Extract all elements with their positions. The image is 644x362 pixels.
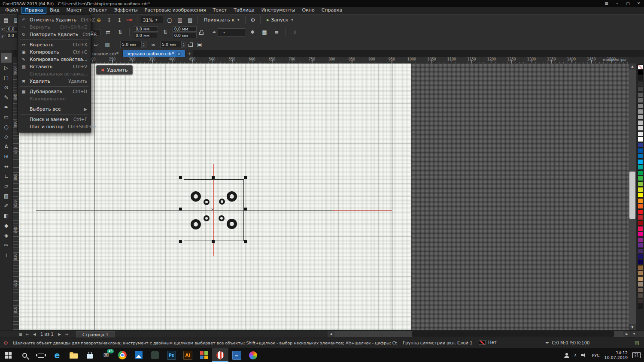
edit-menu-item[interactable]: ↶Отменить УдалитьCtrl+Z <box>18 16 91 24</box>
transparency-tool[interactable]: ▨ <box>1 191 12 201</box>
color-swatch[interactable] <box>638 209 643 214</box>
color-swatch[interactable] <box>638 170 643 175</box>
scroll-up-button[interactable]: ▲ <box>629 63 636 69</box>
dark-app-icon[interactable] <box>147 348 163 362</box>
outline-width-combo[interactable] <box>218 28 245 36</box>
menubar-item-2[interactable]: Правка <box>21 7 46 14</box>
minimize-button[interactable]: – <box>612 0 623 7</box>
color-swatch[interactable] <box>638 165 643 170</box>
office-grid-icon[interactable] <box>196 348 212 362</box>
lock-dimensions-icon[interactable] <box>199 32 204 35</box>
text-tool[interactable]: А <box>1 142 12 151</box>
connector-tool[interactable]: ∟ <box>1 171 12 181</box>
horizontal-scroll-thumb[interactable] <box>412 331 614 337</box>
wrap-text-icon[interactable]: ❖ <box>248 28 257 36</box>
close-tab-icon[interactable]: ✕ <box>176 52 181 56</box>
dim-field-1[interactable]: 0,0 мм <box>134 26 158 32</box>
color-swatch[interactable] <box>638 98 643 103</box>
photoshop-icon[interactable]: Ps <box>163 348 179 362</box>
edit-menu-item[interactable]: ↷ВернутьCtrl+Shift+Z <box>18 24 91 31</box>
lock-corners-icon[interactable] <box>188 44 193 47</box>
language-indicator[interactable]: РУС <box>592 353 599 358</box>
edit-menu-item[interactable]: ↻Повторить УдалитьCtrl+R <box>18 31 91 38</box>
edit-menu-item[interactable]: ✂ВырезатьCtrl+X <box>18 41 91 48</box>
volume-icon[interactable] <box>581 353 587 358</box>
color-swatch[interactable] <box>638 176 643 181</box>
search-button[interactable] <box>16 348 33 362</box>
hole-circle-small[interactable] <box>204 215 210 221</box>
launch-dropdown[interactable]: ▶ Запуск <box>263 17 296 23</box>
hole-circle-small[interactable] <box>204 199 210 205</box>
color-swatch[interactable] <box>638 87 643 92</box>
selection-handle-e[interactable] <box>244 208 247 211</box>
drop-shadow-tool[interactable]: ▱ <box>1 181 12 191</box>
menubar-item-9[interactable]: Таблица <box>230 7 258 14</box>
add-tool-button[interactable]: + <box>1 250 12 260</box>
menubar-item-11[interactable]: Окно <box>299 7 318 14</box>
hole-circle-small[interactable] <box>219 199 225 205</box>
color-swatch[interactable] <box>638 142 643 148</box>
people-icon[interactable] <box>564 353 569 358</box>
color-eyedropper-tool[interactable]: ✐ <box>1 201 12 211</box>
welcome-screen-icon[interactable]: ⊕ <box>94 16 103 24</box>
dimension-tool[interactable]: ↔ <box>1 161 12 171</box>
drawing-canvas[interactable]: × ✖ Удалить <box>19 63 629 330</box>
hole-circle-large[interactable] <box>191 191 201 202</box>
rectangle-tool[interactable]: ▭ <box>1 112 12 122</box>
full-screen-preview-icon[interactable]: ▢ <box>165 16 174 24</box>
snap-to-dropdown[interactable]: Привязать к <box>200 17 243 23</box>
edit-menu-item[interactable]: ▣КопироватьCtrl+C <box>18 48 91 56</box>
horizontal-ruler[interactable]: миллиметры 20025030035040045050055060065… <box>19 57 629 63</box>
shape-tool[interactable]: ▷ <box>1 63 12 72</box>
edit-menu-item[interactable]: ▦ДублироватьCtrl+D <box>18 88 91 95</box>
color-swatch[interactable] <box>638 265 643 270</box>
freehand-tool[interactable]: ✎ <box>1 92 12 102</box>
color-swatch[interactable] <box>638 248 643 253</box>
status-gear-icon[interactable]: ⚙ <box>3 340 8 346</box>
edit-menu-item[interactable]: ✖УдалитьУдалить <box>18 78 91 85</box>
spinner-arrows-icon[interactable] <box>182 41 186 48</box>
export-icon[interactable]: ↥ <box>115 16 124 24</box>
dim-field-4[interactable]: 0,0 мм <box>173 33 197 38</box>
color-swatch[interactable] <box>638 193 643 198</box>
vertical-guide-3[interactable] <box>392 63 392 330</box>
object-order-icon[interactable]: ▦ <box>260 28 269 36</box>
palette-options-button[interactable]: ⋯ <box>638 331 644 337</box>
menubar-item-12[interactable]: Справка <box>318 7 346 14</box>
color-swatch[interactable] <box>638 181 643 187</box>
new-tab-button[interactable]: + <box>185 50 193 57</box>
menubar-item-3[interactable]: Вид <box>46 7 63 14</box>
menubar-item-5[interactable]: Объект <box>85 7 111 14</box>
hole-circle-large[interactable] <box>227 219 237 229</box>
color-swatch[interactable] <box>638 276 643 281</box>
publish-pdf-icon[interactable]: PDF <box>125 16 134 24</box>
outline-pen-tool[interactable]: ✑ <box>1 240 12 250</box>
photo-paint-icon[interactable] <box>245 348 261 362</box>
coreldraw-icon[interactable] <box>212 348 228 362</box>
edit-menu-item[interactable]: Выбрать все▶ <box>18 106 91 113</box>
import-icon[interactable]: ↧ <box>104 16 114 24</box>
hole-circle-small[interactable] <box>219 215 225 221</box>
menubar-item-10[interactable]: Инструменты <box>258 7 299 14</box>
horizontal-guide-red[interactable] <box>333 210 392 211</box>
page-tab[interactable]: Страница 1 <box>76 331 115 338</box>
corner-radius-spinner-2[interactable]: 5,0 мм <box>160 41 186 48</box>
mesh-fill-tool[interactable]: ◆ <box>1 220 12 230</box>
selection-handle-sw[interactable] <box>179 240 182 243</box>
color-swatch[interactable] <box>638 243 643 248</box>
color-swatch[interactable] <box>638 81 643 86</box>
edit-menu-item[interactable]: Поиск и заменаCtrl+F <box>18 116 91 123</box>
task-view-button[interactable] <box>33 348 49 362</box>
menubar-item-7[interactable]: Растровые изображения <box>141 7 210 14</box>
color-swatch[interactable] <box>638 148 643 153</box>
color-swatch[interactable] <box>638 299 643 304</box>
mirror-horizontal-button[interactable]: ⇄ <box>103 28 113 36</box>
pick-tool[interactable]: ➤ <box>1 53 12 63</box>
tray-expand-icon[interactable]: ∧ <box>574 353 577 357</box>
selection-handle-nw[interactable] <box>179 176 182 179</box>
vertical-guide-2[interactable] <box>333 63 333 330</box>
edit-menu-item[interactable]: Шаг и повторCtrl+Shift+D <box>18 123 91 130</box>
dim-field-3[interactable]: 0,0 мм <box>173 26 197 32</box>
start-button[interactable] <box>0 348 16 362</box>
color-swatch[interactable] <box>638 126 643 131</box>
